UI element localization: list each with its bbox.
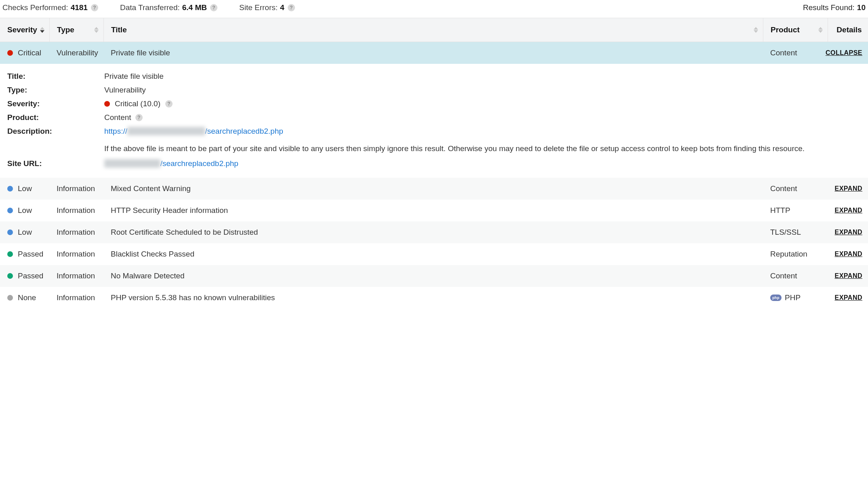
redacted-text: ██████████████ [127, 127, 205, 135]
column-severity-label: Severity [7, 25, 37, 34]
chevron-down-icon [40, 30, 44, 33]
product-text: TLS/SSL [770, 228, 801, 237]
sort-icon [818, 27, 823, 33]
product-text: Content [770, 184, 797, 193]
cell-severity: Passed [0, 243, 49, 265]
stat-results-label: Results Found: [803, 3, 855, 12]
table-row[interactable]: PassedInformationNo Malware DetectedCont… [0, 265, 868, 287]
table-row[interactable]: NoneInformationPHP version 5.5.38 has no… [0, 287, 868, 309]
cell-title: Root Certificate Scheduled to be Distrus… [103, 221, 763, 243]
description-link[interactable]: https://██████████████/searchreplacedb2.… [104, 127, 283, 135]
severity-text: Passed [18, 250, 43, 259]
table-header: Severity Type Title Product [0, 18, 868, 42]
product-text: Content [770, 271, 797, 280]
expand-button[interactable]: EXPAND [835, 185, 863, 192]
redacted-text: ██████████ [104, 159, 160, 168]
panel-label: Severity: [7, 99, 104, 108]
panel-label: Product: [7, 113, 104, 122]
stat-results-value: 10 [857, 3, 866, 12]
cell-severity: Critical [0, 42, 49, 64]
cell-severity: Low [0, 178, 49, 200]
column-title[interactable]: Title [103, 18, 763, 42]
chevron-down-icon [94, 30, 99, 33]
chevron-down-icon [818, 30, 823, 33]
expand-button[interactable]: EXPAND [835, 250, 863, 258]
chevron-up-icon [94, 27, 99, 30]
cell-title: Blacklist Checks Passed [103, 243, 763, 265]
severity-dot-icon [7, 273, 13, 279]
cell-product: phpPHP [763, 287, 828, 309]
cell-title: No Malware Detected [103, 265, 763, 287]
expand-button[interactable]: EXPAND [835, 207, 863, 214]
table-row[interactable]: LowInformationMixed Content WarningConte… [0, 178, 868, 200]
severity-dot-icon [104, 101, 110, 107]
expand-button[interactable]: EXPAND [835, 229, 863, 236]
cell-title: Mixed Content Warning [103, 178, 763, 200]
cell-details: EXPAND [828, 200, 868, 221]
site-url-link[interactable]: ██████████/searchreplacedb2.php [104, 159, 238, 168]
product-text: HTTP [770, 206, 790, 215]
cell-details: COLLAPSE [828, 43, 868, 63]
expand-button[interactable]: EXPAND [835, 294, 863, 301]
column-details-label: Details [836, 25, 862, 34]
help-icon[interactable] [165, 100, 173, 107]
stat-errors-label: Site Errors: [239, 3, 278, 12]
product-value: Content [104, 113, 131, 122]
column-product-label: Product [771, 25, 800, 34]
column-type[interactable]: Type [49, 18, 103, 42]
stat-data-value: 6.4 MB [182, 3, 207, 12]
help-icon[interactable] [288, 4, 295, 11]
stats-bar: Checks Performed: 4181 Data Transferred:… [0, 0, 868, 18]
cell-details: EXPAND [828, 179, 868, 199]
stat-errors: Site Errors: 4 [239, 3, 295, 12]
product-text: PHP [785, 293, 801, 302]
panel-row: Description:https://██████████████/searc… [7, 124, 861, 138]
cell-details: EXPAND [828, 288, 868, 308]
cell-title: PHP version 5.5.38 has no known vulnerab… [103, 287, 763, 309]
product-text: Reputation [770, 250, 807, 259]
column-title-label: Title [111, 25, 127, 34]
panel-row: Site URL:██████████/searchreplacedb2.php [7, 157, 861, 170]
cell-product: Content [763, 178, 828, 200]
panel-value: Critical (10.0) [104, 99, 861, 108]
help-icon[interactable] [210, 4, 217, 11]
collapse-button[interactable]: COLLAPSE [826, 49, 862, 57]
cell-title: Private file visible [103, 42, 763, 64]
help-icon[interactable] [91, 4, 98, 11]
panel-value: Content [104, 113, 861, 122]
severity-text: Low [18, 206, 32, 215]
table-row[interactable]: LowInformationHTTP Security Header infor… [0, 200, 868, 221]
cell-details: EXPAND [828, 266, 868, 286]
severity-dot-icon [7, 229, 13, 235]
cell-type: Information [49, 200, 103, 221]
cell-severity: None [0, 287, 49, 309]
table-row[interactable]: LowInformationRoot Certificate Scheduled… [0, 221, 868, 243]
panel-row: Type:Vulnerability [7, 83, 861, 97]
column-severity[interactable]: Severity [0, 18, 49, 42]
cell-severity: Low [0, 200, 49, 221]
column-product[interactable]: Product [763, 18, 828, 42]
stat-data-label: Data Transferred: [120, 3, 180, 12]
help-icon[interactable] [135, 114, 143, 121]
table-body: CriticalVulnerabilityPrivate file visibl… [0, 42, 868, 309]
stat-data: Data Transferred: 6.4 MB [120, 3, 217, 12]
table-row[interactable]: PassedInformationBlacklist Checks Passed… [0, 243, 868, 265]
stat-checks: Checks Performed: 4181 [2, 3, 98, 12]
panel-label: Description: [7, 127, 104, 136]
severity-dot-icon [7, 50, 13, 56]
table-row[interactable]: CriticalVulnerabilityPrivate file visibl… [0, 42, 868, 64]
product-text: Content [770, 48, 797, 57]
panel-row: If the above file is meant to be part of… [7, 138, 861, 157]
panel-value: https://██████████████/searchreplacedb2.… [104, 127, 861, 136]
column-type-label: Type [57, 25, 74, 34]
severity-dot-icon [7, 295, 13, 301]
chevron-up-icon [818, 27, 823, 30]
cell-type: Information [49, 265, 103, 287]
sort-icon [94, 27, 99, 33]
sort-icon [40, 27, 44, 33]
severity-text: Critical [18, 48, 41, 57]
details-panel: Title:Private file visibleType:Vulnerabi… [0, 64, 868, 178]
sort-icon [754, 27, 758, 33]
cell-type: Information [49, 221, 103, 243]
expand-button[interactable]: EXPAND [835, 272, 863, 280]
